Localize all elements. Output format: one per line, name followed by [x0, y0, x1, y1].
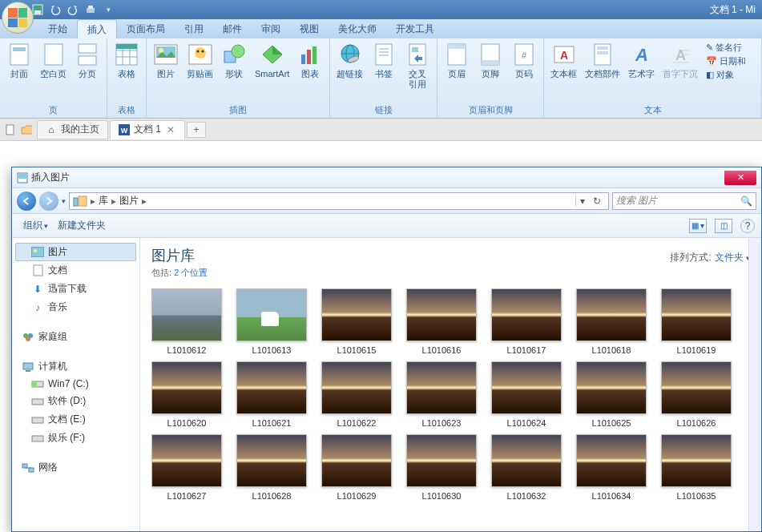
chevron-right-icon[interactable]: ▸	[110, 195, 118, 207]
nav-back-button[interactable]	[17, 191, 36, 211]
file-thumbnail[interactable]: L1010623	[406, 361, 477, 428]
file-thumbnail[interactable]: L1010629	[321, 434, 392, 501]
new-folder-button[interactable]: 新建文件夹	[53, 219, 111, 232]
hyperlink-button[interactable]: 超链接	[333, 40, 366, 81]
nav-forward-button[interactable]	[39, 191, 58, 211]
group-label: 插图	[150, 103, 326, 118]
print-icon[interactable]	[84, 3, 97, 16]
file-thumbnail[interactable]: L1010612	[151, 288, 222, 355]
address-breadcrumb[interactable]: ▸ 库 ▸ 图片 ▸ ▾ ↻	[69, 192, 609, 210]
view-options-button[interactable]: ▦ ▾	[689, 219, 707, 233]
open-folder-icon[interactable]	[21, 124, 32, 135]
preview-pane-button[interactable]: ◫	[715, 219, 732, 233]
tree-item-drive-f[interactable]: 娱乐 (F:)	[15, 429, 136, 447]
chevron-down-icon[interactable]: ▾	[576, 195, 589, 207]
file-thumbnail[interactable]: L1010618	[576, 288, 647, 355]
file-thumbnail[interactable]: L1010634	[576, 434, 647, 501]
clipart-button[interactable]: 剪贴画	[183, 40, 216, 81]
ribbon-tab-start[interactable]: 开始	[38, 19, 77, 38]
file-thumbnail[interactable]: L1010632	[491, 434, 562, 501]
document-tab-doc1[interactable]: W 文档 1 ✕	[110, 120, 185, 139]
object-button[interactable]: ◧对象	[706, 69, 746, 81]
pagenum-button[interactable]: #页码	[508, 40, 540, 81]
new-doc-icon[interactable]	[5, 124, 16, 135]
breadcrumb-item[interactable]: 图片	[119, 194, 139, 208]
add-tab-button[interactable]: +	[187, 122, 206, 138]
svg-rect-35	[409, 44, 425, 65]
chart-button[interactable]: 图表	[294, 40, 326, 81]
file-thumbnail[interactable]: L1010628	[236, 434, 307, 501]
qat-more-icon[interactable]: ▾	[102, 3, 115, 16]
file-thumbnail[interactable]: L1010622	[321, 361, 392, 428]
cover-page-button[interactable]: 封面	[3, 40, 35, 81]
docparts-button[interactable]: 文档部件	[582, 40, 623, 81]
page-break-button[interactable]: 分页	[71, 40, 103, 81]
breadcrumb-item[interactable]: 库	[99, 194, 108, 208]
textbox-button[interactable]: A文本框	[547, 40, 580, 81]
tree-item-pictures[interactable]: 图片	[15, 243, 136, 261]
file-thumbnail[interactable]: L1010635	[661, 434, 732, 501]
search-input[interactable]: 搜索 图片 🔍	[612, 192, 756, 210]
thumbnail-image	[491, 361, 562, 414]
ribbon-tab-insert[interactable]: 插入	[77, 19, 117, 38]
ribbon-tab-references[interactable]: 引用	[175, 19, 213, 38]
file-thumbnail[interactable]: L1010617	[491, 288, 562, 355]
chevron-right-icon[interactable]: ▸	[89, 195, 97, 207]
tree-item-drive-e[interactable]: 文档 (E:)	[15, 410, 136, 429]
file-thumbnail[interactable]: L1010621	[236, 361, 307, 428]
ribbon-tab-view[interactable]: 视图	[290, 19, 329, 38]
footer-button[interactable]: 页脚	[474, 40, 506, 81]
ribbon-tab-review[interactable]: 审阅	[252, 19, 290, 38]
file-thumbnail[interactable]: L1010619	[661, 288, 732, 355]
smartart-button[interactable]: SmartArt	[252, 40, 292, 81]
redo-icon[interactable]	[67, 3, 79, 16]
ribbon-tab-mail[interactable]: 邮件	[213, 19, 252, 38]
tree-item-computer[interactable]: 计算机	[15, 357, 136, 376]
header-button[interactable]: 页眉	[441, 40, 473, 81]
search-icon[interactable]: 🔍	[740, 195, 752, 207]
file-thumbnail[interactable]: L1010626	[661, 361, 732, 428]
crossref-button[interactable]: 交叉 引用	[401, 40, 433, 91]
ribbon-tab-pagelayout[interactable]: 页面布局	[117, 19, 175, 38]
bookmark-button[interactable]: 书签	[368, 40, 400, 81]
file-thumbnail[interactable]: L1010613	[236, 288, 307, 355]
tree-item-drive-d[interactable]: 软件 (D:)	[15, 392, 136, 410]
nav-dropdown-icon[interactable]: ▾	[62, 197, 66, 205]
sort-control[interactable]: 排列方式:文件夹 ▾	[670, 251, 750, 264]
refresh-icon[interactable]: ↻	[589, 195, 605, 207]
table-button[interactable]: 表格	[111, 40, 143, 81]
dialog-title-bar[interactable]: 插入图片 ✕	[12, 167, 761, 188]
file-thumbnail[interactable]: L1010630	[406, 434, 477, 501]
ribbon-tab-dev[interactable]: 开发工具	[386, 19, 444, 38]
chevron-right-icon[interactable]: ▸	[140, 195, 148, 207]
tree-item-homegroup[interactable]: 家庭组	[15, 328, 136, 346]
wordart-button[interactable]: A艺术字	[625, 40, 658, 81]
document-tab-home[interactable]: ⌂ 我的主页	[37, 120, 108, 139]
file-thumbnail[interactable]: L1010616	[406, 288, 477, 355]
picture-button[interactable]: 图片	[150, 40, 182, 81]
datetime-button[interactable]: 📅日期和	[706, 55, 746, 67]
office-button[interactable]	[2, 2, 34, 34]
drive-icon	[31, 396, 44, 407]
tree-item-drive-c[interactable]: Win7 (C:)	[15, 376, 136, 392]
file-thumbnail[interactable]: L1010627	[151, 434, 222, 501]
file-thumbnail[interactable]: L1010624	[491, 361, 562, 428]
help-icon[interactable]: ?	[740, 219, 755, 233]
shapes-button[interactable]: 形状	[218, 40, 250, 81]
close-button[interactable]: ✕	[724, 171, 756, 185]
ribbon-tab-beautify[interactable]: 美化大师	[329, 19, 386, 38]
blank-page-button[interactable]: 空白页	[37, 40, 70, 81]
tree-item-music[interactable]: ♪音乐	[15, 298, 136, 316]
vertical-scrollbar[interactable]	[748, 238, 761, 531]
signature-line-button[interactable]: ✎签名行	[706, 42, 746, 54]
tree-item-network[interactable]: 网络	[15, 458, 136, 477]
file-thumbnail[interactable]: L1010620	[151, 361, 222, 428]
organize-menu[interactable]: 组织▾	[18, 219, 53, 232]
close-icon[interactable]: ✕	[165, 124, 176, 135]
file-thumbnail[interactable]: L1010625	[576, 361, 647, 428]
tree-item-downloads[interactable]: ⬇迅雷下载	[15, 280, 136, 298]
undo-icon[interactable]	[49, 3, 62, 16]
file-thumbnail[interactable]: L1010615	[321, 288, 392, 355]
library-locations-link[interactable]: 2 个位置	[174, 268, 208, 277]
tree-item-documents[interactable]: 文档	[15, 261, 136, 280]
